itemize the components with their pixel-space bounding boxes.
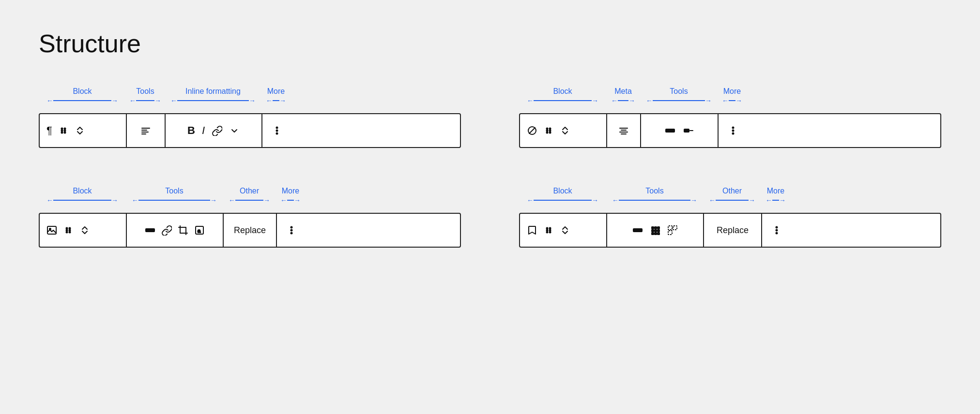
- replace-text-4[interactable]: Replace: [714, 225, 751, 236]
- toolbar-3-tools-segment: a: [127, 214, 224, 247]
- bar-left-icon[interactable]: [683, 125, 694, 136]
- align-center-icon[interactable]: [618, 125, 629, 136]
- svg-point-49: [547, 232, 548, 233]
- replace-text-3[interactable]: Replace: [231, 225, 269, 236]
- label-more-2: More ← →: [718, 87, 747, 104]
- full-bar-icon-3[interactable]: [145, 225, 155, 236]
- toolbar-1: ¶ B I: [39, 113, 461, 148]
- toolbar-group-2: Block ← → Meta ← → Tools ←: [519, 87, 941, 148]
- svg-point-35: [66, 230, 68, 231]
- toolbar-group-1: Block ← → Tools ← → Inline formatting: [39, 87, 461, 148]
- page-title: Structure: [39, 29, 941, 58]
- bookmark-icon[interactable]: [527, 225, 537, 236]
- full-bar-icon[interactable]: [665, 125, 675, 136]
- svg-point-45: [547, 228, 548, 229]
- svg-point-42: [291, 227, 292, 228]
- toolbar-1-block-segment: ¶: [40, 114, 127, 147]
- label-other-4: Other ← →: [703, 187, 761, 204]
- svg-rect-56: [655, 230, 657, 232]
- expand-icon[interactable]: [667, 225, 678, 236]
- label-more-1: More ← →: [261, 87, 291, 104]
- svg-rect-57: [658, 230, 659, 232]
- more-vertical-icon-2[interactable]: [728, 125, 738, 136]
- more-vertical-icon[interactable]: [272, 125, 282, 136]
- chevron-updown-icon-3[interactable]: [79, 225, 90, 236]
- toolbar-group-3: Block ← → Tools ← → Other ←: [39, 187, 461, 248]
- italic-icon[interactable]: I: [202, 124, 205, 137]
- svg-point-17: [547, 130, 548, 132]
- drag-dots-icon-2[interactable]: [543, 125, 554, 136]
- chevron-down-icon[interactable]: [229, 125, 240, 136]
- svg-point-43: [291, 230, 292, 231]
- toolbar-4: Replace: [519, 213, 941, 248]
- svg-rect-63: [668, 231, 672, 235]
- svg-point-10: [276, 127, 278, 129]
- bold-icon[interactable]: B: [187, 124, 195, 137]
- link-icon[interactable]: [212, 125, 222, 136]
- svg-rect-58: [652, 233, 654, 235]
- dots-grid-small-icon[interactable]: [650, 225, 660, 236]
- label-block-3: Block ← →: [39, 187, 126, 204]
- drag-dots-icon-3[interactable]: [63, 225, 74, 236]
- svg-point-48: [550, 230, 551, 231]
- svg-point-1: [64, 128, 65, 130]
- svg-point-4: [61, 132, 62, 133]
- circle-slash-icon[interactable]: [527, 125, 537, 136]
- svg-rect-25: [666, 129, 674, 132]
- pilcrow-icon[interactable]: ¶: [46, 124, 52, 137]
- svg-point-66: [776, 233, 778, 234]
- svg-rect-59: [655, 233, 657, 235]
- svg-line-14: [529, 128, 535, 133]
- full-bar-icon-4[interactable]: [632, 225, 643, 236]
- svg-rect-39: [146, 229, 154, 232]
- label-block-4: Block ← →: [519, 187, 606, 204]
- label-more-3: More ← →: [276, 187, 305, 204]
- svg-point-37: [66, 232, 68, 233]
- svg-point-46: [550, 228, 551, 229]
- more-vertical-icon-3[interactable]: [286, 225, 297, 236]
- svg-point-44: [291, 233, 292, 234]
- label-tools-2: Tools ← →: [640, 87, 718, 104]
- chevron-updown-icon[interactable]: [75, 125, 85, 136]
- annotation-row-2: Block ← → Meta ← → Tools ←: [519, 87, 941, 104]
- toolbar-1-inline-segment: B I: [166, 114, 262, 147]
- svg-point-50: [550, 232, 551, 233]
- label-block-2: Block ← →: [519, 87, 606, 104]
- align-left-icon[interactable]: [140, 125, 151, 136]
- toolbar-4-block-segment: [520, 214, 607, 247]
- link-icon-3[interactable]: [161, 225, 172, 236]
- svg-rect-51: [633, 229, 642, 232]
- svg-point-47: [547, 230, 548, 231]
- svg-rect-54: [658, 227, 659, 229]
- more-vertical-icon-4[interactable]: [771, 225, 782, 236]
- svg-point-65: [776, 230, 778, 231]
- text-a-icon[interactable]: a: [194, 225, 205, 236]
- drag-dots-icon-4[interactable]: [543, 225, 554, 236]
- svg-rect-61: [668, 226, 672, 230]
- svg-point-38: [69, 232, 71, 233]
- label-tools-3: Tools ← →: [126, 187, 223, 204]
- svg-text:a: a: [198, 228, 201, 234]
- svg-rect-55: [652, 230, 654, 232]
- svg-point-28: [733, 127, 734, 129]
- drag-dots-icon[interactable]: [58, 125, 69, 136]
- toolbar-1-tools-segment: [127, 114, 166, 147]
- label-other-3: Other ← →: [223, 187, 276, 204]
- svg-rect-52: [652, 227, 654, 229]
- chevron-updown-icon-4[interactable]: [560, 225, 570, 236]
- svg-rect-60: [658, 233, 659, 235]
- svg-point-15: [547, 128, 548, 130]
- svg-rect-53: [655, 227, 657, 229]
- annotation-row-4: Block ← → Tools ← → Other ←: [519, 187, 941, 204]
- crop-icon[interactable]: [178, 225, 188, 236]
- label-more-4: More ← →: [761, 187, 790, 204]
- toolbar-4-tools-segment: [607, 214, 704, 247]
- svg-point-12: [276, 133, 278, 134]
- svg-point-19: [547, 132, 548, 133]
- svg-point-30: [733, 133, 734, 134]
- image-icon[interactable]: [46, 225, 57, 236]
- chevron-updown-icon-2[interactable]: [560, 125, 570, 136]
- toolbar-3-block-segment: [40, 214, 127, 247]
- toolbar-2-meta-segment: [607, 114, 641, 147]
- svg-point-20: [550, 132, 551, 133]
